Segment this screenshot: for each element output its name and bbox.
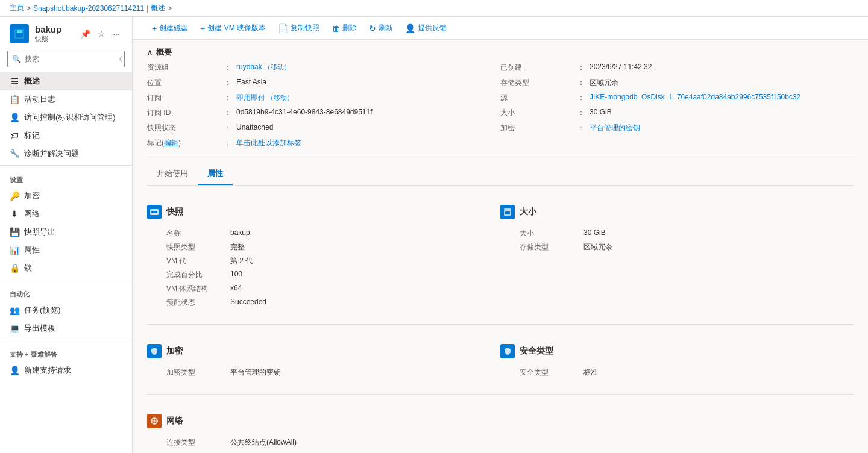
breadcrumb-tab[interactable]: 概述: [151, 3, 165, 13]
created-row: 已创建 ： 2023/6/27 11:42:32: [500, 63, 854, 73]
sidebar-item-access[interactable]: 👤 访问控制(标识和访问管理): [0, 108, 132, 127]
export-template-icon: 💻: [10, 323, 19, 333]
size-value: 30 GiB: [590, 108, 612, 116]
refresh-button[interactable]: ↻ 刷新: [364, 20, 398, 36]
breadcrumb-snapshot[interactable]: Snapshot.bakup-20230627114211: [33, 4, 144, 13]
subscription-id-row: 订阅 ID ： 0d5819b9-4c31-4e60-9843-8e6849d9…: [147, 108, 500, 118]
size-card-title: 大小: [520, 207, 536, 217]
size-storage-value: 区域冗余: [583, 242, 612, 252]
network-right-placeholder: [500, 404, 854, 453]
location-value: East Asia: [236, 78, 266, 86]
subscription-value: 即用即付 （移动）: [236, 93, 294, 103]
create-disk-label: 创建磁盘: [159, 23, 188, 33]
feedback-button[interactable]: 👤 提供反馈: [400, 20, 451, 36]
size-label: 大小: [500, 108, 573, 118]
sidebar-item-diagnose[interactable]: 🔧 诊断并解决问题: [0, 145, 132, 163]
size-card-icon: [500, 205, 515, 219]
encrypt-value: 平台管理的密钥: [590, 123, 640, 133]
create-vm-button[interactable]: + 创建 VM 映像版本: [195, 20, 271, 36]
more-button[interactable]: ···: [110, 28, 122, 40]
nav-settings: 🔑 加密 ⬇ 网络 💾 快照导出 📊 属性 🔒 锁: [0, 187, 132, 277]
collapse-button[interactable]: 《: [116, 55, 122, 64]
snapshot-card-title: 快照: [166, 207, 183, 217]
nav-divider-1: [0, 165, 132, 166]
refresh-label: 刷新: [379, 23, 393, 33]
source-link[interactable]: JIKE-mongodb_OsDisk_1_76e4aaf02da84ab299…: [590, 93, 800, 101]
nav-auto: 👥 任务(预览) 💻 导出模板: [0, 301, 132, 337]
provision-row: 预配状态 Succeeded: [147, 296, 500, 310]
content-area: 概要 资源组 ： ruyobak （移动）: [133, 40, 868, 453]
encrypt-link[interactable]: 平台管理的密钥: [590, 123, 640, 132]
tags-edit-link[interactable]: 编辑: [164, 139, 178, 147]
sidebar-item-network[interactable]: ⬇ 网络: [0, 205, 132, 223]
search-box: 🔍 《: [7, 51, 125, 67]
app-actions: 📌 ☆ ···: [78, 28, 122, 40]
created-value: 2023/6/27 11:42:32: [590, 63, 652, 71]
network-conn-label: 连接类型: [166, 437, 221, 448]
overview-grid: 资源组 ： ruyobak （移动） 位置 ： East Asia: [147, 63, 854, 158]
network-icon: ⬇: [10, 209, 19, 219]
sidebar-item-export[interactable]: 💾 快照导出: [0, 223, 132, 241]
svg-rect-1: [16, 33, 23, 37]
resource-group-link[interactable]: ruyobak: [236, 63, 262, 71]
feedback-icon: 👤: [405, 23, 415, 33]
resource-group-row: 资源组 ： ruyobak （移动）: [147, 63, 500, 73]
sidebar-item-properties[interactable]: 📊 属性: [0, 241, 132, 259]
source-value: JIKE-mongodb_OsDisk_1_76e4aaf02da84ab299…: [590, 93, 800, 101]
favorite-button[interactable]: ☆: [95, 28, 108, 40]
encrypt-type-value: 平台管理的密钥: [230, 367, 281, 378]
network-card-icon: [147, 414, 162, 428]
tab-properties[interactable]: 属性: [198, 163, 233, 185]
encrypt-icon: 🔑: [10, 191, 19, 201]
security-type-value: 标准: [583, 367, 598, 378]
sidebar-item-new-support[interactable]: 👤 新建支持请求: [0, 361, 132, 380]
completion-row: 完成百分比 100: [147, 268, 500, 282]
sidebar-item-encrypt[interactable]: 🔑 加密: [0, 187, 132, 205]
copy-snapshot-button[interactable]: 📄 复制快照: [273, 20, 324, 36]
app-header: bakup 快照 📌 ☆ ···: [0, 17, 132, 48]
network-conn-row: 连接类型 公共终结点(AllowAll): [147, 436, 500, 449]
nav-divider-3: [0, 340, 132, 340]
overview-right: 已创建 ： 2023/6/27 11:42:32 存储类型 ： 区域冗余 源 ：…: [500, 63, 854, 148]
svg-rect-6: [505, 211, 510, 214]
tags-value[interactable]: 单击此处以添加标签: [236, 138, 301, 148]
pin-button[interactable]: 📌: [78, 28, 93, 40]
size-size-value: 30 GiB: [583, 228, 606, 239]
create-disk-button[interactable]: + 创建磁盘: [147, 20, 193, 36]
svg-rect-4: [151, 211, 157, 213]
app-name: bakup: [35, 24, 61, 34]
subscription-link[interactable]: 即用即付: [236, 93, 265, 102]
resource-group-value: ruyobak （移动）: [236, 63, 291, 72]
export-icon: 💾: [10, 227, 19, 237]
tab-get-started[interactable]: 开始使用: [147, 163, 198, 185]
resource-group-move-link[interactable]: （移动）: [264, 63, 291, 70]
snapshot-card-header: 快照: [147, 205, 500, 219]
location-label: 位置: [147, 78, 219, 88]
snapshot-card: 快照 名称 bakup 快照类型 完整 VM 代 第 2 代: [147, 195, 500, 319]
storage-type-label: 存储类型: [500, 78, 573, 88]
sidebar-item-activity[interactable]: 📋 活动日志: [0, 90, 132, 108]
breadcrumb-home[interactable]: 主页: [10, 3, 24, 13]
sidebar-item-tags[interactable]: 🏷 标记: [0, 127, 132, 145]
size-row: 大小 ： 30 GiB: [500, 108, 854, 118]
subscription-id-value: 0d5819b9-4c31-4e60-9843-8e6849d9511f: [236, 108, 373, 116]
encrypt-row: 加密 ： 平台管理的密钥: [500, 123, 854, 133]
sidebar-item-overview[interactable]: ☰ 概述: [0, 72, 132, 90]
sidebar-item-lock-label: 锁: [24, 263, 32, 273]
search-input[interactable]: [7, 51, 125, 67]
sidebar-item-network-label: 网络: [24, 208, 40, 219]
size-size-row: 大小 30 GiB: [500, 226, 854, 240]
svg-rect-2: [17, 30, 22, 33]
breadcrumb-sep1: >: [27, 4, 31, 13]
size-size-label: 大小: [520, 228, 574, 239]
subscription-move-link[interactable]: （移动）: [267, 94, 294, 101]
refresh-icon: ↻: [369, 23, 376, 33]
sidebar-item-export-template[interactable]: 💻 导出模板: [0, 319, 132, 337]
vm-gen-label: VM 代: [166, 256, 221, 266]
source-label: 源: [500, 93, 573, 103]
snapshot-name-value: bakup: [230, 228, 250, 239]
delete-button[interactable]: 🗑 删除: [327, 20, 362, 36]
sidebar-item-lock[interactable]: 🔒 锁: [0, 259, 132, 277]
sidebar-item-tasks[interactable]: 👥 任务(预览): [0, 301, 132, 319]
sidebar-item-activity-label: 活动日志: [24, 94, 55, 105]
